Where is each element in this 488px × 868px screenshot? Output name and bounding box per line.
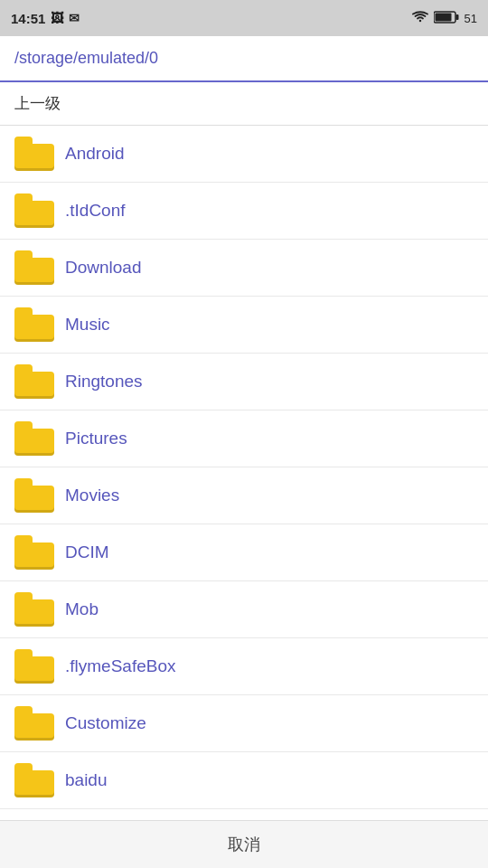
- status-right: 51: [412, 11, 477, 26]
- folder-name: Pictures: [65, 429, 127, 448]
- folder-name: Android: [65, 144, 125, 164]
- folder-name: baidu: [65, 770, 108, 790]
- path-text: /storage/emulated/0: [14, 49, 158, 67]
- path-bar: /storage/emulated/0: [0, 36, 488, 82]
- battery-shape-icon: [434, 11, 459, 26]
- folder-icon: [14, 250, 54, 285]
- folder-name: DCIM: [65, 542, 109, 562]
- folder-item[interactable]: Ringtones: [0, 354, 488, 410]
- folder-name: Music: [65, 315, 110, 335]
- folder-item[interactable]: DCIM: [0, 524, 488, 581]
- up-level-row[interactable]: 上一级: [0, 82, 488, 126]
- cancel-bar: 取消: [0, 820, 488, 868]
- folder-item[interactable]: .tIdConf: [0, 183, 488, 240]
- folder-list: Android.tIdConfDownloadMusicRingtonesPic…: [0, 126, 488, 820]
- folder-item[interactable]: amap: [0, 809, 488, 820]
- folder-item[interactable]: .flymeSafeBox: [0, 638, 488, 695]
- status-bar: 14:51 🖼 ✉ 51: [0, 0, 488, 36]
- status-left: 14:51 🖼 ✉: [11, 11, 80, 26]
- cancel-button[interactable]: 取消: [14, 834, 474, 855]
- folder-icon: [14, 592, 54, 627]
- folder-name: Customize: [65, 713, 146, 733]
- main-container: /storage/emulated/0 上一级 Android.tIdConfD…: [0, 36, 488, 868]
- time-display: 14:51: [11, 11, 45, 26]
- battery-percent: 51: [465, 12, 477, 25]
- folder-name: Ringtones: [65, 372, 143, 392]
- up-level-label: 上一级: [14, 95, 61, 112]
- folder-icon: [14, 421, 54, 456]
- folder-item[interactable]: Music: [0, 297, 488, 354]
- folder-name: Mob: [65, 599, 99, 619]
- folder-item[interactable]: Android: [0, 126, 488, 183]
- photo-icon: 🖼: [51, 11, 63, 25]
- folder-icon: [14, 763, 54, 797]
- folder-icon: [14, 706, 54, 741]
- folder-item[interactable]: Pictures: [0, 410, 488, 467]
- folder-icon: [14, 649, 54, 684]
- message-icon: ✉: [69, 11, 80, 25]
- folder-item[interactable]: baidu: [0, 752, 488, 809]
- svg-rect-1: [455, 14, 458, 20]
- folder-item[interactable]: Movies: [0, 467, 488, 524]
- folder-item[interactable]: Customize: [0, 695, 488, 752]
- folder-icon: [14, 535, 54, 570]
- folder-name: .tIdConf: [65, 201, 126, 221]
- svg-rect-2: [435, 13, 451, 21]
- folder-icon: [14, 364, 54, 399]
- folder-icon: [14, 307, 54, 342]
- folder-name: Movies: [65, 486, 119, 505]
- folder-item[interactable]: Mob: [0, 581, 488, 638]
- folder-name: Download: [65, 258, 142, 278]
- folder-icon: [14, 137, 54, 171]
- folder-icon: [14, 478, 54, 513]
- wifi-icon: [412, 11, 428, 26]
- folder-item[interactable]: Download: [0, 240, 488, 297]
- folder-name: .flymeSafeBox: [65, 656, 176, 676]
- folder-icon: [14, 193, 54, 228]
